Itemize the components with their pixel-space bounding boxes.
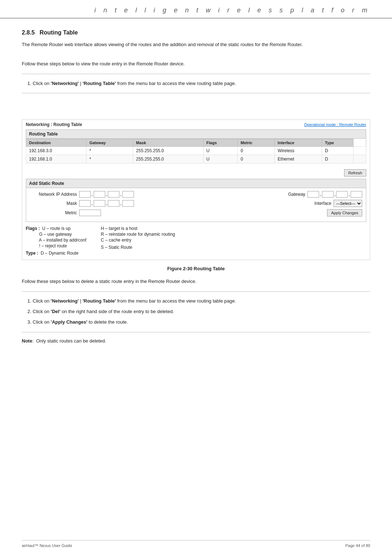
table-cell-4: 0 [238,155,275,163]
table-cell-6: D [322,155,354,163]
interface-group: Interface —Select— [306,200,362,207]
divider-4 [22,332,370,332]
routing-table-title: Routing Table [26,129,366,139]
metric-input[interactable] [79,210,101,216]
apply-changes-button[interactable]: Apply Changes [327,209,362,216]
flags-left: Flags : U – route is up G – use gateway … [26,226,86,256]
view-steps-list: Click on 'Networking' | 'Routing Table' … [22,80,370,88]
divider-3 [22,291,370,292]
col-interface: Interface [275,139,322,147]
view-step-1: Click on 'Networking' | 'Routing Table' … [33,80,370,88]
delete-step-2: Click on 'Del' on the right hand side of… [33,308,370,316]
screenshot-top-right: Operational mode : Remote Router [304,122,366,127]
network-ip-octet1[interactable] [79,191,91,198]
interface-label: Interface [306,201,331,206]
mask-label: Mask [30,201,77,206]
table-header-row: Destination Gateway Mask Flags Metric In… [26,139,366,147]
note-label: Note [22,338,32,344]
table-cell-0: 192.168.3.0 [26,147,86,155]
section-number: 2.8.5 [22,29,35,36]
type-s: S – Static Route [101,244,175,250]
type-label: Type : D – Dynamic Route [26,250,86,256]
col-destination: Destination [26,139,86,147]
add-static-form: Network IP Address . . . Gateway . [26,188,366,222]
screenshot-topbar: Networking : Routing Table Operational m… [22,120,370,129]
mask-octet1[interactable] [79,200,91,207]
footer-right: Page 44 of 80 [345,543,370,548]
gateway-group: Gateway . . . [280,191,362,198]
col-type: Type [322,139,354,147]
view-steps-intro: Follow these steps below to view the rou… [22,60,370,68]
gateway-label: Gateway [280,192,305,197]
flags-c: C – cache entry [101,237,175,243]
delete-step-3: Click on 'Apply Changes' to delete the r… [33,319,370,326]
network-ip-octet2[interactable] [94,191,105,198]
gateway-octet1[interactable] [307,191,319,198]
gateway-octet3[interactable] [336,191,348,198]
flags-label: Flags : U – route is up [26,226,86,231]
network-ip-octet3[interactable] [108,191,119,198]
flags-g: G – use gateway [26,231,86,237]
intro-paragraph: The Remote Router web interface allows v… [22,41,370,49]
table-cell-3: U [203,155,238,163]
col-flags: Flags [203,139,238,147]
flags-right: H – target is a host R – reinstate route… [101,226,175,256]
table-cell-6: D [322,147,354,155]
section-heading: 2.8.5 Routing Table [22,29,370,36]
gateway-ip-input-group: . . . [307,191,362,198]
mask-octet3[interactable] [108,200,119,207]
table-cell-0: 192.168.1.0 [26,155,86,163]
note-block: Note: Only static routes can be deleted. [22,338,370,344]
network-ip-octet4[interactable] [122,191,134,198]
flags-section: Flags : U – route is up G – use gateway … [26,226,366,256]
table-cell-5: Ethernet [275,155,322,163]
flags-i: ! – reject route [26,243,86,249]
col-metric: Metric [238,139,275,147]
header-title: i n t e l l i g e n t w i r e l e s s p … [94,7,370,14]
flags-h: H – target is a host [101,226,175,231]
table-cell-1: * [86,155,133,163]
col-gateway: Gateway [86,139,133,147]
delete-steps-intro: Follow these steps below to delete a sta… [22,278,370,285]
form-row-1: Network IP Address . . . Gateway . [30,191,362,198]
form-row-3: Metric Apply Changes [30,209,362,216]
mask-octet2[interactable] [94,200,105,207]
routing-table: Destination Gateway Mask Flags Metric In… [26,139,366,163]
section-title: Routing Table [40,29,78,36]
delete-steps-list: Click on 'Networking' | 'Routing Table' … [22,297,370,326]
table-cell-5: Wireless [275,147,322,155]
network-ip-label: Network IP Address [30,192,77,197]
refresh-button[interactable]: Refresh [344,169,366,177]
flags-a: A – installed by addrconf [26,237,86,243]
refresh-row: Refresh [22,167,370,179]
footer-left: airHaul™ Nexus User Guide [22,543,72,548]
gateway-octet4[interactable] [351,191,362,198]
main-content: 2.8.5 Routing Table The Remote Router we… [0,19,392,365]
form-row-2: Mask . . . Interface —Select— [30,200,362,207]
table-cell-2: 255.255.255.0 [133,155,203,163]
flags-r: R – reinstate route for dynamic routing [101,231,175,237]
divider-2 [22,93,370,93]
gateway-octet2[interactable] [322,191,334,198]
interface-select[interactable]: —Select— [334,200,362,207]
page-header: i n t e l l i g e n t w i r e l e s s p … [0,0,392,19]
mask-octet4[interactable] [122,200,134,207]
col-mask: Mask [133,139,203,147]
mask-ip-input-group: . . . [79,200,134,207]
table-cell-4: 0 [238,147,275,155]
table-row: 192.168.3.0*255.255.255.0U0WirelessD [26,147,366,155]
figure-caption: Figure 2-30 Routing Table [22,266,370,271]
add-static-title: Add Static Route [26,179,366,188]
table-cell-3: U [203,147,238,155]
page-footer: airHaul™ Nexus User Guide Page 44 of 80 [22,540,370,548]
delete-step-1: Click on 'Networking' | 'Routing Table' … [33,297,370,305]
screenshot-box: Networking : Routing Table Operational m… [22,119,370,260]
screenshot-top-left: Networking : Routing Table [26,122,82,127]
network-ip-input-group: . . . [79,191,134,198]
routing-table-section: Routing Table Destination Gateway Mask F… [22,129,370,167]
table-cell-1: * [86,147,133,155]
metric-label: Metric [30,210,77,215]
table-row: 192.168.1.0*255.255.255.0U0EthernetD [26,155,366,163]
note-text: Only static routes can be deleted. [36,338,106,344]
divider-1 [22,74,370,74]
